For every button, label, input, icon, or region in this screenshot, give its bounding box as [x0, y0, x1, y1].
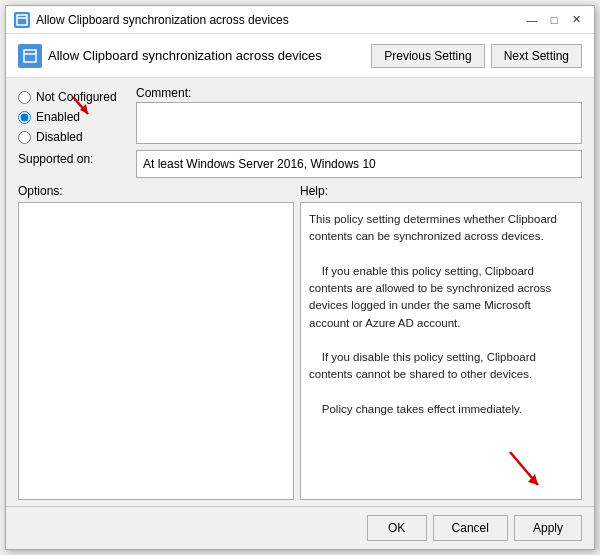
- disabled-radio[interactable]: [18, 131, 31, 144]
- header-buttons: Previous Setting Next Setting: [371, 44, 582, 68]
- supported-on-label: Supported on:: [18, 150, 128, 166]
- main-window: Allow Clipboard synchronization across d…: [5, 5, 595, 550]
- enabled-label: Enabled: [36, 110, 80, 124]
- header-left: Allow Clipboard synchronization across d…: [18, 44, 322, 68]
- options-help-row: Options: Help: This policy setting deter…: [18, 184, 582, 500]
- title-bar-left: Allow Clipboard synchronization across d…: [14, 12, 289, 28]
- next-setting-button[interactable]: Next Setting: [491, 44, 582, 68]
- window-title: Allow Clipboard synchronization across d…: [36, 13, 289, 27]
- footer: OK Cancel Apply: [6, 506, 594, 549]
- options-label: Options:: [18, 184, 294, 198]
- help-text: This policy setting determines whether C…: [309, 213, 557, 415]
- content-area: Not Configured Enabled Disabled: [6, 78, 594, 506]
- comment-textarea[interactable]: [136, 102, 582, 144]
- not-configured-radio[interactable]: [18, 91, 31, 104]
- header-row: Allow Clipboard synchronization across d…: [6, 34, 594, 78]
- help-box[interactable]: This policy setting determines whether C…: [300, 202, 582, 500]
- disabled-radio-label[interactable]: Disabled: [18, 130, 128, 144]
- svg-rect-2: [24, 50, 36, 62]
- disabled-label: Disabled: [36, 130, 83, 144]
- svg-rect-0: [17, 15, 27, 25]
- cancel-button[interactable]: Cancel: [433, 515, 508, 541]
- maximize-button[interactable]: □: [544, 11, 564, 29]
- help-label: Help:: [300, 184, 582, 198]
- supported-row: Supported on: At least Windows Server 20…: [18, 150, 582, 178]
- ok-button[interactable]: OK: [367, 515, 427, 541]
- options-box[interactable]: [18, 202, 294, 500]
- comment-label: Comment:: [136, 86, 582, 100]
- not-configured-label: Not Configured: [36, 90, 117, 104]
- not-configured-radio-label[interactable]: Not Configured: [18, 90, 128, 104]
- title-controls: — □ ✕: [522, 11, 586, 29]
- supported-value: At least Windows Server 2016, Windows 10: [143, 157, 376, 171]
- minimize-button[interactable]: —: [522, 11, 542, 29]
- apply-button[interactable]: Apply: [514, 515, 582, 541]
- close-button[interactable]: ✕: [566, 11, 586, 29]
- help-panel: Help: This policy setting determines whe…: [300, 184, 582, 500]
- header-title: Allow Clipboard synchronization across d…: [48, 48, 322, 63]
- header-icon: [18, 44, 42, 68]
- radio-group: Not Configured Enabled Disabled: [18, 86, 128, 144]
- supported-value-box: At least Windows Server 2016, Windows 10: [136, 150, 582, 178]
- previous-setting-button[interactable]: Previous Setting: [371, 44, 484, 68]
- options-panel: Options:: [18, 184, 300, 500]
- comment-box-area: Comment:: [136, 86, 582, 144]
- window-icon: [14, 12, 30, 28]
- comment-row: Not Configured Enabled Disabled: [18, 86, 582, 144]
- title-bar: Allow Clipboard synchronization across d…: [6, 6, 594, 34]
- enabled-radio[interactable]: [18, 111, 31, 124]
- enabled-radio-label[interactable]: Enabled: [18, 110, 128, 124]
